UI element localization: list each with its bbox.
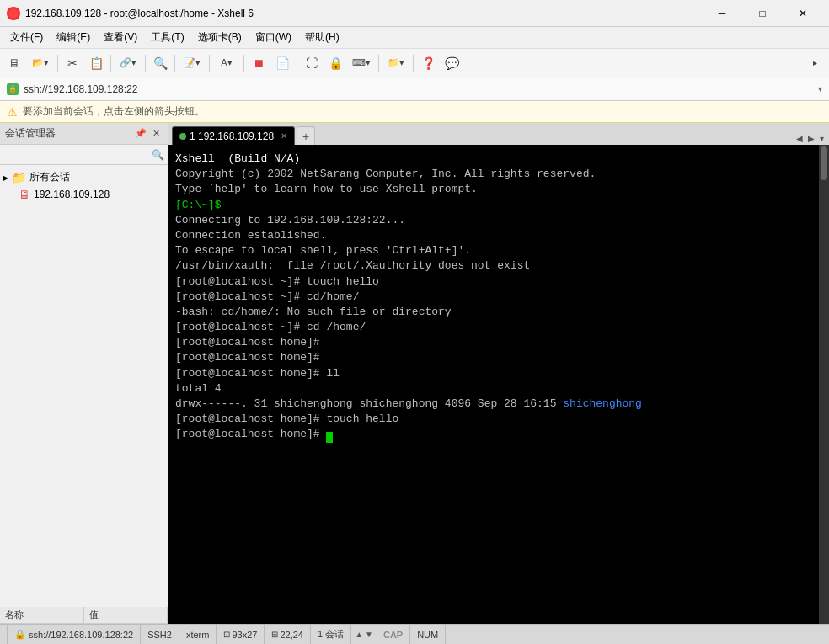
session-panel-header: 会话管理器 📌 ✕ bbox=[0, 123, 168, 145]
app-icon bbox=[7, 7, 20, 20]
toolbar-sep-9 bbox=[413, 55, 414, 72]
status-term: xterm bbox=[179, 625, 217, 644]
terminal-wrapper: Xshell (Build N/A)Copyright (c) 2002 Net… bbox=[168, 145, 829, 624]
session-search: 🔍 bbox=[0, 145, 168, 165]
stop-button[interactable]: ⏹ bbox=[248, 52, 270, 74]
toolbar-sep-6 bbox=[243, 55, 244, 72]
toolbar-sep-7 bbox=[297, 55, 297, 72]
session-panel: 会话管理器 📌 ✕ 🔍 ▸ 📁 所有会话 🖥 192.168.109.128 名… bbox=[0, 123, 168, 624]
session-panel-controls: 📌 ✕ bbox=[134, 127, 163, 141]
nav-prev-button[interactable]: ▲ bbox=[355, 630, 363, 639]
copy-button[interactable]: 📋 bbox=[85, 52, 107, 74]
terminal[interactable]: Xshell (Build N/A)Copyright (c) 2002 Net… bbox=[168, 145, 819, 624]
menu-help[interactable]: 帮助(H) bbox=[298, 29, 346, 46]
props-panel: 名称 值 bbox=[0, 607, 168, 624]
transfer-button[interactable]: 📁▾ bbox=[382, 52, 409, 74]
tree-item-host[interactable]: 🖥 192.168.109.128 bbox=[0, 186, 168, 203]
dim-icon: ⊡ bbox=[223, 630, 230, 639]
session-tree: ▸ 📁 所有会话 🖥 192.168.109.128 bbox=[0, 165, 168, 607]
menu-file[interactable]: 文件(F) bbox=[3, 29, 50, 46]
compose-button[interactable]: 📝▾ bbox=[179, 52, 206, 74]
minimize-button[interactable]: ─ bbox=[703, 4, 741, 23]
connect-button[interactable]: 🔗▾ bbox=[115, 52, 142, 74]
menu-bar: 文件(F) 编辑(E) 查看(V) 工具(T) 选项卡(B) 窗口(W) 帮助(… bbox=[0, 27, 829, 49]
nav-next-button[interactable]: ▼ bbox=[365, 630, 373, 639]
info-text: 要添加当前会话，点击左侧的箭头按钮。 bbox=[23, 104, 205, 119]
session-panel-title: 会话管理器 bbox=[5, 126, 56, 141]
status-pos: ⊞ 22,24 bbox=[265, 625, 311, 644]
terminal-scrollbar[interactable] bbox=[819, 145, 829, 624]
search-button[interactable]: 🔍 bbox=[149, 52, 171, 74]
status-sessions: 1 会话 bbox=[311, 625, 351, 644]
lock-button[interactable]: 🔒 bbox=[324, 52, 346, 74]
close-panel-button[interactable]: ✕ bbox=[149, 127, 163, 141]
toolbar-sep-8 bbox=[378, 55, 379, 72]
host-label: 192.168.109.128 bbox=[34, 189, 110, 200]
pin-button[interactable]: 📌 bbox=[134, 127, 147, 141]
open-button[interactable]: 📂▾ bbox=[27, 52, 54, 74]
address-dropdown[interactable]: ▾ bbox=[818, 84, 822, 93]
menu-window[interactable]: 窗口(W) bbox=[249, 29, 298, 46]
toolbar-sep-4 bbox=[174, 55, 175, 72]
help-button[interactable]: ❓ bbox=[417, 52, 439, 74]
pos-icon: ⊞ bbox=[271, 630, 278, 639]
tab-1[interactable]: 1 192.168.109.128 ✕ bbox=[172, 126, 295, 145]
status-nav: ▲ ▼ bbox=[351, 630, 377, 639]
menu-view[interactable]: 查看(V) bbox=[97, 29, 144, 46]
num-text: NUM bbox=[417, 630, 438, 640]
paste-button[interactable]: 📄 bbox=[271, 52, 293, 74]
lock-icon: 🔒 bbox=[14, 629, 26, 640]
tab-close-button[interactable]: ✕ bbox=[281, 131, 287, 141]
scrollbar-thumb[interactable] bbox=[821, 146, 827, 180]
address-text: ssh://192.168.109.128:22 bbox=[24, 83, 813, 95]
status-address-text: ssh://192.168.109.128:22 bbox=[29, 630, 133, 640]
tab-label: 1 192.168.109.128 bbox=[190, 130, 274, 142]
toolbar-sep-3 bbox=[145, 55, 146, 72]
toolbar-sep-1 bbox=[57, 55, 58, 72]
status-protocol: SSH2 bbox=[141, 625, 179, 644]
status-address: 🔒 ssh://192.168.109.128:22 bbox=[7, 625, 141, 644]
info-bar: ⚠ 要添加当前会话，点击左侧的箭头按钮。 bbox=[0, 101, 829, 123]
new-session-button[interactable]: 🖥 bbox=[3, 52, 25, 74]
maximize-button[interactable]: □ bbox=[743, 4, 782, 23]
cut-button[interactable]: ✂ bbox=[62, 52, 83, 74]
status-protocol-text: SSH2 bbox=[147, 630, 172, 640]
tab-next-button[interactable]: ▶ bbox=[806, 132, 816, 145]
main-area: 会话管理器 📌 ✕ 🔍 ▸ 📁 所有会话 🖥 192.168.109.128 名… bbox=[0, 123, 829, 624]
value-col-header: 值 bbox=[84, 607, 168, 623]
toolbar: 🖥 📂▾ ✂ 📋 🔗▾ 🔍 📝▾ A▾ ⏹ 📄 ⛶ 🔒 ⌨▾ 📁▾ ❓ 💬 ▸ bbox=[0, 49, 829, 77]
title-text: 192.168.109.128 - root@localhost:/home -… bbox=[25, 8, 703, 19]
folder-label: 所有会话 bbox=[29, 170, 70, 184]
expand-toolbar-button[interactable]: ▸ bbox=[804, 52, 826, 74]
status-dim: ⊡ 93x27 bbox=[217, 625, 265, 644]
tab-bar: 1 192.168.109.128 ✕ + ◀ ▶ ▾ bbox=[168, 123, 829, 145]
folder-icon: 📁 bbox=[12, 171, 26, 184]
props-columns: 名称 值 bbox=[0, 607, 168, 624]
address-icon: 🔒 bbox=[7, 83, 19, 95]
new-tab-button[interactable]: + bbox=[297, 126, 315, 145]
keyboard-button[interactable]: ⌨▾ bbox=[348, 52, 375, 74]
chat-button[interactable]: 💬 bbox=[441, 52, 463, 74]
status-term-text: xterm bbox=[186, 630, 210, 640]
title-bar: 192.168.109.128 - root@localhost:/home -… bbox=[0, 0, 829, 27]
menu-tab[interactable]: 选项卡(B) bbox=[191, 29, 249, 46]
cap-text: CAP bbox=[383, 630, 403, 640]
host-icon: 🖥 bbox=[19, 188, 30, 201]
fullscreen-button[interactable]: ⛶ bbox=[301, 52, 323, 74]
address-bar: 🔒 ssh://192.168.109.128:22 ▾ bbox=[0, 77, 829, 101]
tree-folder-all[interactable]: ▸ 📁 所有会话 bbox=[0, 168, 168, 186]
search-icon[interactable]: 🔍 bbox=[152, 149, 164, 161]
close-button[interactable]: ✕ bbox=[784, 4, 822, 23]
font-button[interactable]: A▾ bbox=[213, 52, 240, 74]
tab-nav: ◀ ▶ ▾ bbox=[791, 132, 829, 145]
status-pos-text: 22,24 bbox=[280, 630, 303, 640]
info-icon: ⚠ bbox=[7, 105, 18, 119]
tab-prev-button[interactable]: ◀ bbox=[794, 132, 805, 145]
menu-tools[interactable]: 工具(T) bbox=[144, 29, 190, 46]
tab-menu-button[interactable]: ▾ bbox=[818, 132, 826, 145]
window-controls: ─ □ ✕ bbox=[703, 4, 822, 23]
menu-edit[interactable]: 编辑(E) bbox=[50, 29, 97, 46]
status-bar: 🔒 ssh://192.168.109.128:22 SSH2 xterm ⊡ … bbox=[0, 624, 829, 644]
status-sessions-text: 1 会话 bbox=[318, 628, 344, 641]
name-col-header: 名称 bbox=[0, 607, 84, 623]
